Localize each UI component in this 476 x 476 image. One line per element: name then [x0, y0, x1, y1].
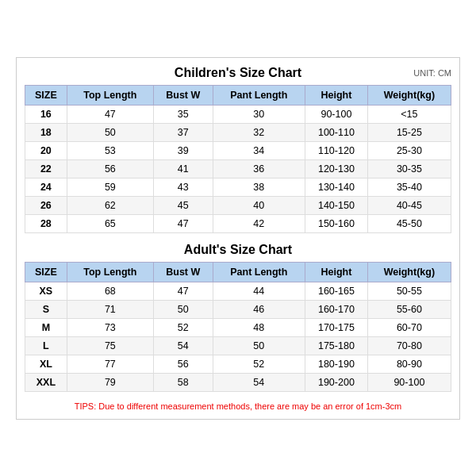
table-row: S715046160-17055-60	[25, 300, 451, 318]
table-cell: 55-60	[367, 300, 451, 318]
table-cell: 73	[67, 318, 153, 336]
header-top-length: Top Length	[67, 85, 153, 105]
table-cell: 40	[213, 196, 305, 214]
adult-header-bust-w: Bust W	[153, 262, 213, 282]
adult-size-table: SIZE Top Length Bust W Pant Length Heigh…	[25, 262, 451, 392]
table-cell: 41	[153, 159, 213, 178]
table-cell: 32	[213, 123, 305, 141]
table-cell: XL	[25, 355, 67, 373]
table-cell: 47	[67, 105, 153, 123]
table-cell: 120-130	[305, 159, 368, 178]
table-cell: 52	[153, 318, 213, 336]
table-cell: 62	[67, 196, 153, 214]
table-cell: 40-45	[367, 196, 451, 214]
table-cell: 110-120	[305, 141, 368, 159]
adult-header-weight: Weight(kg)	[367, 262, 451, 282]
table-row: L755450175-18070-80	[25, 336, 451, 355]
table-cell: 24	[25, 178, 67, 196]
table-cell: 140-150	[305, 196, 368, 214]
table-cell: 160-170	[305, 300, 368, 318]
table-cell: 56	[153, 355, 213, 373]
table-row: 20533934110-12025-30	[25, 141, 451, 159]
table-cell: 16	[25, 105, 67, 123]
table-cell: 43	[153, 178, 213, 196]
table-cell: 25-30	[367, 141, 451, 159]
table-row: 26624540140-15040-45	[25, 196, 451, 214]
table-cell: 90-100	[305, 105, 368, 123]
table-cell: 38	[213, 178, 305, 196]
table-cell: 47	[153, 282, 213, 300]
adult-header-pant-length: Pant Length	[213, 262, 305, 282]
table-cell: 46	[213, 300, 305, 318]
table-row: XS684744160-16550-55	[25, 282, 451, 300]
table-cell: 80-90	[367, 355, 451, 373]
table-cell: 170-175	[305, 318, 368, 336]
table-cell: 48	[213, 318, 305, 336]
table-cell: 50	[213, 336, 305, 355]
table-cell: 22	[25, 159, 67, 178]
table-cell: 100-110	[305, 123, 368, 141]
table-cell: 28	[25, 214, 67, 232]
table-cell: 50	[153, 300, 213, 318]
table-cell: 52	[213, 355, 305, 373]
table-cell: 26	[25, 196, 67, 214]
table-cell: <15	[367, 105, 451, 123]
table-cell: 75	[67, 336, 153, 355]
table-cell: 42	[213, 214, 305, 232]
table-cell: 90-100	[367, 373, 451, 391]
table-cell: 39	[153, 141, 213, 159]
table-row: 22564136120-13030-35	[25, 159, 451, 178]
children-size-table: SIZE Top Length Bust W Pant Length Heigh…	[25, 85, 451, 233]
table-cell: 56	[67, 159, 153, 178]
table-cell: 59	[67, 178, 153, 196]
table-cell: 47	[153, 214, 213, 232]
table-row: XXL795854190-20090-100	[25, 373, 451, 391]
table-cell: L	[25, 336, 67, 355]
adult-title: Adult's Size Chart	[184, 243, 292, 257]
table-cell: 150-160	[305, 214, 368, 232]
children-title: Children's Size Chart	[175, 66, 301, 80]
table-cell: 37	[153, 123, 213, 141]
table-row: 1647353090-100<15	[25, 105, 451, 123]
table-cell: 20	[25, 141, 67, 159]
table-cell: 58	[153, 373, 213, 391]
table-cell: 54	[153, 336, 213, 355]
table-cell: 36	[213, 159, 305, 178]
adult-title-row: Adult's Size Chart	[25, 243, 451, 257]
table-row: M735248170-17560-70	[25, 318, 451, 336]
table-cell: 60-70	[367, 318, 451, 336]
header-size: SIZE	[25, 85, 67, 105]
adult-header-row: SIZE Top Length Bust W Pant Length Heigh…	[25, 262, 451, 282]
table-cell: S	[25, 300, 67, 318]
table-cell: 18	[25, 123, 67, 141]
table-cell: 70-80	[367, 336, 451, 355]
table-row: 24594338130-14035-40	[25, 178, 451, 196]
header-bust-w: Bust W	[153, 85, 213, 105]
table-cell: 45-50	[367, 214, 451, 232]
table-cell: 180-190	[305, 355, 368, 373]
table-cell: 130-140	[305, 178, 368, 196]
table-cell: 45	[153, 196, 213, 214]
table-cell: 175-180	[305, 336, 368, 355]
table-cell: 68	[67, 282, 153, 300]
unit-label: UNIT: CM	[413, 68, 451, 78]
chart-wrapper: Children's Size Chart UNIT: CM SIZE Top …	[16, 57, 460, 420]
table-cell: 160-165	[305, 282, 368, 300]
table-cell: 65	[67, 214, 153, 232]
children-title-row: Children's Size Chart UNIT: CM	[25, 66, 451, 80]
table-cell: 190-200	[305, 373, 368, 391]
table-cell: 30	[213, 105, 305, 123]
table-cell: M	[25, 318, 67, 336]
table-cell: 44	[213, 282, 305, 300]
table-cell: 50	[67, 123, 153, 141]
children-header-row: SIZE Top Length Bust W Pant Length Heigh…	[25, 85, 451, 105]
table-cell: 71	[67, 300, 153, 318]
table-row: 28654742150-16045-50	[25, 214, 451, 232]
adult-header-size: SIZE	[25, 262, 67, 282]
tips-text: TIPS: Due to different measurement metho…	[25, 401, 451, 411]
table-cell: 34	[213, 141, 305, 159]
header-pant-length: Pant Length	[213, 85, 305, 105]
table-cell: 35	[153, 105, 213, 123]
header-weight: Weight(kg)	[367, 85, 451, 105]
table-cell: 53	[67, 141, 153, 159]
